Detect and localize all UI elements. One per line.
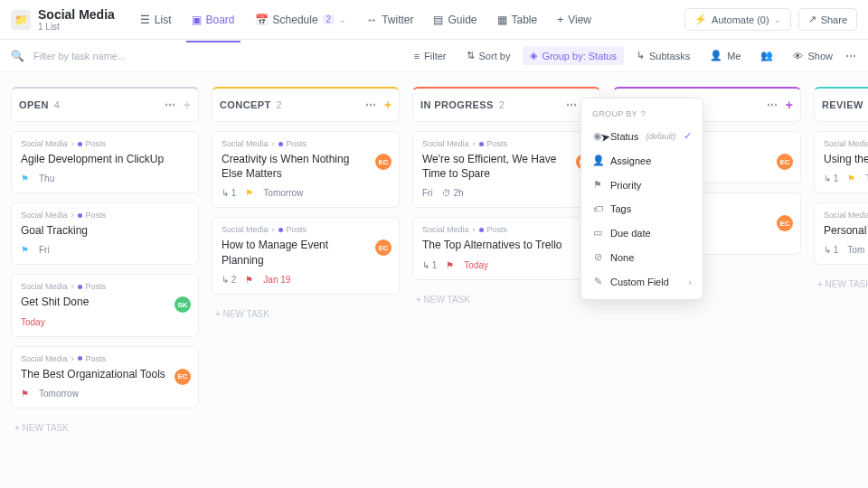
task-card[interactable]: Social Media › Posts We're so Efficient,… [412, 131, 600, 208]
avatar[interactable]: EC [777, 154, 793, 170]
more-icon[interactable]: ⋯ [845, 50, 857, 62]
view-tab-board[interactable]: ▣Board [183, 6, 244, 33]
flag-icon: ⚑ [21, 246, 30, 255]
help-icon[interactable]: ? [641, 109, 646, 118]
option-icon: 🏷 [592, 203, 603, 214]
card-meta: ↳ 1 Tom [824, 245, 868, 255]
groupby-option-priority[interactable]: ⚑Priority [581, 173, 703, 197]
flag-icon: ⚑ [245, 275, 254, 284]
option-icon: 👤 [592, 155, 603, 166]
groupby-option-due-date[interactable]: ▭Due date [581, 221, 703, 245]
avatar[interactable]: SK [175, 296, 191, 313]
column-header: REVIEW 2 ⋯+ [814, 87, 868, 122]
column-concept: CONCEPT 2 ⋯+ Social Media › Posts Creati… [212, 87, 400, 474]
show-label: Show [807, 51, 833, 61]
view-label: Board [206, 14, 235, 26]
due-date: Today [21, 317, 45, 327]
view-tabs: ☰List▣Board📅Schedule2⌄↔Twitter▤Guide▦Tab… [131, 6, 684, 33]
card-title: We're so Efficient, We Have Time to Spar… [422, 152, 590, 181]
view-tab-list[interactable]: ☰List [131, 6, 181, 33]
breadcrumb: Social Media › Posts [222, 139, 390, 148]
column-count: 2 [277, 99, 283, 110]
card-meta: ↳ 2 ⚑ Jan 19 [222, 275, 390, 285]
flag-icon: ⚑ [21, 389, 30, 398]
card-title: Creativity is When Nothing Else Matters [222, 152, 390, 181]
groupby-option-assignee[interactable]: 👤Assignee [581, 148, 703, 173]
view-icon: + [557, 14, 563, 26]
assignees-button[interactable]: 👥 [753, 46, 780, 65]
groupby-option-none[interactable]: ⊘None [581, 245, 703, 269]
card-meta: ⚑ Fri [21, 245, 189, 255]
view-tab-view[interactable]: +View [548, 6, 600, 33]
column-header: OPEN 4 ⋯+ [11, 87, 199, 122]
card-title: Goal Tracking [21, 223, 189, 238]
workspace-subtitle: 1 List [38, 22, 115, 32]
chevron-right-icon: › [688, 277, 692, 287]
automate-button[interactable]: ⚡ Automate (0) ⌄ [684, 8, 791, 31]
sortby-button[interactable]: ⇅Sort by [459, 46, 518, 65]
breadcrumb: Social Media › Posts [21, 211, 189, 220]
column-more-icon[interactable]: ⋯ [767, 99, 778, 111]
option-label: Due date [610, 228, 651, 239]
task-card[interactable]: Social Media › Posts The Top Alternative… [412, 217, 600, 279]
card-title: How to Manage Event Planning [222, 238, 390, 267]
avatar[interactable]: EC [777, 215, 793, 231]
group-icon: ◈ [530, 50, 537, 61]
task-card[interactable]: Social Media › Posts Personal Task M ↳ 1… [814, 202, 868, 265]
due-date: Tomorrow [39, 389, 79, 399]
groupby-option-custom-field[interactable]: ✎Custom Field› [581, 269, 703, 294]
due-date: Tom [847, 245, 864, 255]
avatar[interactable]: EC [375, 154, 392, 170]
view-tab-schedule[interactable]: 📅Schedule2⌄ [246, 6, 356, 33]
share-button[interactable]: ↗ Share [798, 8, 857, 31]
new-task-button[interactable]: + NEW TASK [212, 304, 400, 324]
subtask-icon: ↳ [637, 50, 645, 61]
add-card-button[interactable]: + [384, 98, 392, 112]
task-card[interactable]: Social Media › Posts How to Manage Event… [212, 217, 400, 294]
breadcrumb: Social Media › Posts [824, 211, 868, 220]
chevron-down-icon: ⌄ [339, 15, 346, 24]
task-card[interactable]: Social Media › Posts Goal Tracking ⚑ Fri [11, 202, 199, 265]
avatar[interactable]: EC [175, 369, 191, 385]
top-right: ⚡ Automate (0) ⌄ ↗ Share [684, 8, 857, 31]
card-title: The Top Alternatives to Trello [422, 238, 590, 252]
column-count: 4 [54, 99, 61, 110]
due-date: Tomorrow [263, 188, 303, 198]
subtasks-button[interactable]: ↳Subtasks [629, 46, 697, 65]
show-button[interactable]: 👁Show [786, 47, 840, 65]
new-task-button[interactable]: + NEW TASK [412, 289, 600, 310]
add-card-button[interactable]: + [786, 98, 793, 112]
filter-button[interactable]: ≡Filter [407, 47, 454, 65]
task-card[interactable]: Social Media › Posts Agile Development i… [11, 131, 199, 193]
view-tab-table[interactable]: ▦Table [488, 6, 547, 33]
add-card-button[interactable]: + [184, 98, 191, 112]
new-task-button[interactable]: + NEW TASK [814, 274, 868, 295]
column-header: CONCEPT 2 ⋯+ [212, 87, 400, 122]
view-label: Twitter [382, 14, 413, 26]
task-card[interactable]: Social Media › Posts Creativity is When … [212, 131, 400, 208]
column-more-icon[interactable]: ⋯ [165, 99, 176, 111]
card-title: The Best Organizational Tools [21, 367, 189, 381]
me-button[interactable]: 👤Me [703, 46, 748, 65]
groupby-button[interactable]: ◈Group by: Status [523, 46, 624, 65]
task-card[interactable]: Social Media › Posts Using the GTD M ↳ 1… [814, 131, 868, 193]
column-name: REVIEW [822, 99, 863, 110]
view-label: Table [512, 14, 538, 26]
due-date: Fri [422, 188, 433, 198]
cursor-icon: ➤ [599, 129, 611, 145]
column-more-icon[interactable]: ⋯ [365, 99, 377, 111]
filter-icon: ≡ [414, 51, 420, 61]
column-header: IN PROGRESS 2 ⋯+ [412, 87, 600, 122]
view-tab-guide[interactable]: ▤Guide [424, 6, 486, 33]
search-input[interactable] [33, 51, 196, 61]
task-card[interactable]: Social Media › Posts The Best Organizati… [11, 346, 199, 408]
column-more-icon[interactable]: ⋯ [566, 99, 578, 111]
task-card[interactable]: Social Media › Posts Get Shit Done SK To… [11, 274, 199, 336]
new-task-button[interactable]: + NEW TASK [11, 418, 199, 438]
card-title: Personal Task M [824, 223, 868, 238]
groupby-option-tags[interactable]: 🏷Tags [581, 197, 703, 221]
workspace-title-block[interactable]: Social Media 1 List [38, 7, 115, 32]
column-name: CONCEPT [220, 99, 271, 110]
dropdown-header: GROUP BY ? [581, 104, 703, 124]
view-tab-twitter[interactable]: ↔Twitter [357, 6, 422, 33]
